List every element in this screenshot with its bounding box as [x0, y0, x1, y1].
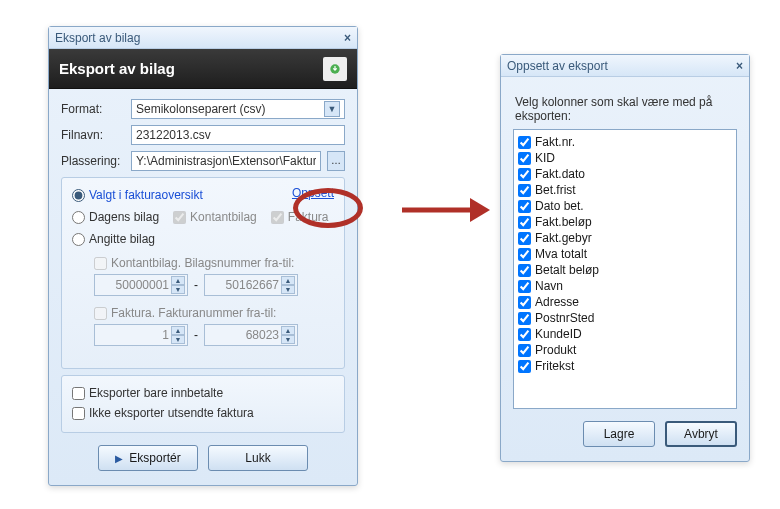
radio-angitte[interactable]: Angitte bilag: [72, 232, 334, 246]
column-label: Betalt beløp: [535, 263, 599, 277]
columns-listbox[interactable]: Fakt.nr.KIDFakt.datoBet.fristDato bet.Fa…: [513, 129, 737, 409]
column-label: Dato bet.: [535, 199, 584, 213]
column-item[interactable]: Fritekst: [518, 358, 732, 374]
lukk-button[interactable]: Lukk: [208, 445, 308, 471]
check-innbetalte[interactable]: Eksporter bare innbetalte: [72, 386, 334, 400]
kontant-range-label: Kontantbilag. Bilagsnummer fra-til:: [94, 256, 334, 270]
column-item[interactable]: Fakt.nr.: [518, 134, 732, 150]
check-utsendte[interactable]: Ikke eksporter utsendte faktura: [72, 406, 334, 420]
spin-down-icon[interactable]: ▼: [281, 335, 295, 344]
spin-up-icon[interactable]: ▲: [171, 326, 185, 335]
column-item[interactable]: Produkt: [518, 342, 732, 358]
column-label: KundeID: [535, 327, 582, 341]
check-kontantbilag: Kontantbilag: [173, 210, 257, 224]
setup-title: Oppsett av eksport: [507, 59, 608, 73]
column-item[interactable]: Adresse: [518, 294, 732, 310]
column-label: Fakt.beløp: [535, 215, 592, 229]
faktura-range-check: [94, 307, 107, 320]
column-check[interactable]: [518, 296, 531, 309]
column-check[interactable]: [518, 312, 531, 325]
column-label: Mva totalt: [535, 247, 587, 261]
export-header: Eksport av bilag: [49, 49, 357, 89]
options-group: Eksporter bare innbetalte Ikke eksporter…: [61, 375, 345, 433]
play-icon: ▶: [115, 453, 123, 464]
column-check[interactable]: [518, 200, 531, 213]
export-header-title: Eksport av bilag: [59, 60, 175, 77]
spin-down-icon[interactable]: ▼: [171, 335, 185, 344]
export-icon: [323, 57, 347, 81]
spin-down-icon[interactable]: ▼: [171, 285, 185, 294]
column-check[interactable]: [518, 232, 531, 245]
column-check[interactable]: [518, 152, 531, 165]
column-check[interactable]: [518, 360, 531, 373]
close-icon[interactable]: ×: [736, 59, 743, 73]
spin-up-icon[interactable]: ▲: [281, 326, 295, 335]
spin-up-icon[interactable]: ▲: [281, 276, 295, 285]
faktura-from[interactable]: 1 ▲▼: [94, 324, 188, 346]
setup-instruction: Velg kolonner som skal være med på ekspo…: [515, 95, 735, 123]
column-item[interactable]: Fakt.beløp: [518, 214, 732, 230]
check-faktura: Faktura: [271, 210, 329, 224]
spin-down-icon[interactable]: ▼: [281, 285, 295, 294]
radio-angitte-input[interactable]: [72, 233, 85, 246]
column-check[interactable]: [518, 184, 531, 197]
column-label: KID: [535, 151, 555, 165]
spin-up-icon[interactable]: ▲: [171, 276, 185, 285]
filnavn-label: Filnavn:: [61, 128, 125, 142]
setup-titlebar[interactable]: Oppsett av eksport ×: [501, 55, 749, 77]
format-select[interactable]: Semikolonseparert (csv) ▼: [131, 99, 345, 119]
check-innbetalte-input[interactable]: [72, 387, 85, 400]
column-check[interactable]: [518, 344, 531, 357]
format-label: Format:: [61, 102, 125, 116]
radio-valgt-input[interactable]: [72, 189, 85, 202]
column-check[interactable]: [518, 216, 531, 229]
column-label: PostnrSted: [535, 311, 594, 325]
check-kontantbilag-input: [173, 211, 186, 224]
plassering-label: Plassering:: [61, 154, 125, 168]
close-icon[interactable]: ×: [344, 31, 351, 45]
export-title: Eksport av bilag: [55, 31, 140, 45]
kontant-to[interactable]: 50162667 ▲▼: [204, 274, 298, 296]
column-check[interactable]: [518, 264, 531, 277]
annotation-arrow: [400, 190, 490, 230]
lagre-button[interactable]: Lagre: [583, 421, 655, 447]
avbryt-button[interactable]: Avbryt: [665, 421, 737, 447]
column-check[interactable]: [518, 248, 531, 261]
faktura-range-label: Faktura. Fakturanummer fra-til:: [94, 306, 334, 320]
radio-dagens-input[interactable]: [72, 211, 85, 224]
svg-marker-2: [470, 198, 490, 222]
column-check[interactable]: [518, 328, 531, 341]
format-value: Semikolonseparert (csv): [136, 102, 265, 116]
oppsett-link[interactable]: Oppsett: [292, 186, 334, 200]
column-item[interactable]: Betalt beløp: [518, 262, 732, 278]
column-label: Fakt.gebyr: [535, 231, 592, 245]
faktura-to[interactable]: 68023 ▲▼: [204, 324, 298, 346]
column-item[interactable]: Dato bet.: [518, 198, 732, 214]
check-utsendte-input[interactable]: [72, 407, 85, 420]
chevron-down-icon[interactable]: ▼: [324, 101, 340, 117]
column-label: Fakt.dato: [535, 167, 585, 181]
column-item[interactable]: Fakt.gebyr: [518, 230, 732, 246]
column-check[interactable]: [518, 136, 531, 149]
column-check[interactable]: [518, 168, 531, 181]
export-titlebar[interactable]: Eksport av bilag ×: [49, 27, 357, 49]
filter-group: Oppsett Valgt i fakturaoversikt Dagens b…: [61, 177, 345, 369]
column-item[interactable]: Fakt.dato: [518, 166, 732, 182]
column-label: Adresse: [535, 295, 579, 309]
column-check[interactable]: [518, 280, 531, 293]
column-item[interactable]: KID: [518, 150, 732, 166]
eksporter-button[interactable]: ▶ Eksportér: [98, 445, 198, 471]
filnavn-input[interactable]: [131, 125, 345, 145]
column-item[interactable]: Navn: [518, 278, 732, 294]
browse-button[interactable]: …: [327, 151, 345, 171]
column-item[interactable]: KundeID: [518, 326, 732, 342]
column-item[interactable]: PostnrSted: [518, 310, 732, 326]
radio-dagens[interactable]: Dagens bilag: [72, 210, 159, 224]
kontant-from[interactable]: 50000001 ▲▼: [94, 274, 188, 296]
column-item[interactable]: Mva totalt: [518, 246, 732, 262]
setup-dialog: Oppsett av eksport × Velg kolonner som s…: [500, 54, 750, 462]
column-item[interactable]: Bet.frist: [518, 182, 732, 198]
column-label: Fritekst: [535, 359, 574, 373]
column-label: Produkt: [535, 343, 576, 357]
plassering-input[interactable]: [131, 151, 321, 171]
